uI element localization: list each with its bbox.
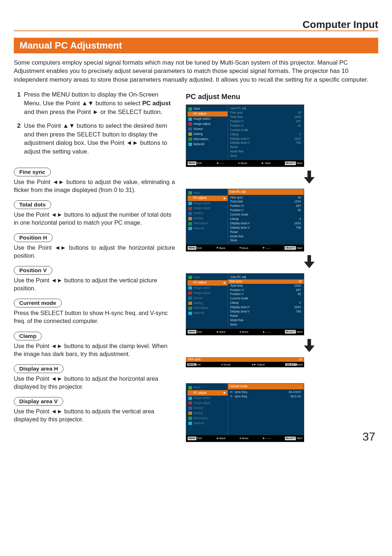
param-pill: Display area V [14,397,63,406]
osd-data-row: Store [229,238,302,243]
osd-data-row: Store [229,154,302,158]
osd-data-row: Current mode [229,128,302,132]
osd-side-item: Image select [188,201,228,206]
osd-panel-5: InputPC adjust◄Image selectImage adjustS… [186,383,304,442]
osd-side-item: Image select [188,116,228,122]
osd-data-row: Total dots1344 [229,284,302,288]
arrow-down-icon [240,171,378,185]
param-pill: Clamp [14,332,42,340]
osd-data-row: Fine sync18 [229,196,302,200]
param-pill: Current mode [14,299,62,307]
intro-paragraph: Some computers employ special signal for… [14,58,378,84]
osd-data-row: Reset [229,230,302,234]
step-number: 1 [14,90,24,116]
osd-side-item: Setting [188,132,228,137]
osd-data-row: Position H287 [229,204,302,208]
osd-data-row: Current mode [229,213,302,217]
page-header: Computer Input [298,19,378,30]
arrow-down-icon [240,339,378,353]
osd-side-item: Network [188,142,228,147]
param-desc: Use the Point ◄► buttons to adjust the v… [14,276,175,292]
osd-data-row: Position V35 [229,208,302,213]
osd-side-item: Setting [188,411,228,416]
section-title: Manual PC Adjustment [14,38,378,53]
page-number: 37 [362,430,375,443]
osd-data-row: Display area V768 [229,226,302,230]
osd-side-item: Image adjust [188,291,228,296]
osd-data-row: Auto PC adj. [229,106,302,111]
osd-side-item: PC adjust◄ [188,196,228,201]
osd-data-row: Mode free [229,150,302,154]
osd-side-item: Image select [188,286,228,291]
osd-data-row: Reset [229,145,302,150]
osd-side-item: Setting [188,301,228,306]
osd-data-row: Display area V768 [229,141,302,145]
param-desc: Use the Point ◄► buttons to adjust the n… [14,210,175,226]
param-desc: Use the Point ◄► buttons to adjust the h… [14,244,175,259]
osd-data-row: Total dots1344 [229,115,302,119]
osd-data-row: Mode free [229,318,302,323]
osd-side-item: Network [188,421,228,426]
osd-side-item: Input [188,385,228,390]
osd-data-row: Fine sync18 [228,279,304,284]
arrow-down-icon [240,255,378,270]
right-column: PC adjust Menu InputPC adjustImage selec… [182,90,378,442]
osd-data-row: Mode free [229,234,302,239]
osd-data-row: Position H287 [229,288,302,293]
osd-side-item: PC adjust◄ [188,390,228,396]
param-desc: Use the Point ◄► buttons to adjusts the … [14,407,175,423]
osd-slim-bar: Fine sync15 MENUExit ♦ Scroll ◄► Adjust … [186,357,304,367]
osd-data-row: Position H287 [229,119,302,124]
param-desc: Use the Point ◄► buttons to adjust the c… [14,342,175,358]
osd-data-row: Position V35 [229,292,302,297]
osd-data-row: Position V35 [229,124,302,128]
osd-side-item: Screen [188,406,228,411]
osd-panel-3: InputPC adjust◄Image selectImage adjustS… [186,273,304,335]
osd-side-item: Information [188,137,228,142]
osd-data-row: Current mode [229,297,302,301]
step-number: 2 [14,122,24,156]
osd-side-item: Network [188,226,228,231]
left-column: 1 Press the MENU button to display the O… [14,90,175,442]
osd-side-item: Image adjust [188,122,228,127]
osd-side-item: PC adjust◄ [188,280,228,286]
osd-side-item: Information [188,416,228,421]
step-body: Use the Point ▲▼ buttons to select the d… [24,122,175,156]
osd-side-item: Image adjust [188,206,228,211]
osd-data-row: Auto PC adj. [228,189,304,195]
osd-data-row: Clamp4 [229,217,302,221]
osd-side-item: Input [188,191,228,196]
osd-data-row: Clamp4 [229,132,302,137]
osd-panel-1: InputPC adjustImage selectImage adjustSc… [186,105,304,167]
osd-side-item: Input [188,275,228,280]
osd-side-item: Image adjust [188,401,228,406]
param-pill: Total dots [14,200,51,209]
osd-data-row: Display area H1024 [229,221,302,226]
osd-side-item: Network [188,311,228,316]
osd-panel-2: InputPC adjust◄Image selectImage adjustS… [186,189,304,252]
param-desc: Use the Point ◄► buttons to adjust the v… [14,178,175,194]
osd-side-item: Input [188,106,228,111]
param-desc: Use the Point ◄► buttons to adjust the h… [14,375,175,391]
osd-data-row: Display area H1024 [229,137,302,141]
param-pill: Display area H [14,364,64,373]
osd-side-item: Screen [188,127,228,132]
osd-side-item: PC adjust [188,111,228,116]
osd-data-row: Total dots1344 [229,200,302,204]
osd-side-item: Screen [188,211,228,216]
osd-data-row: Fine sync18 [229,111,302,115]
osd-data-row: V - sync freq.60.0 Hz [229,394,302,399]
param-pill: Position V [14,266,52,275]
osd-side-item: Image select [188,396,228,401]
right-subhead: PC adjust Menu [186,93,378,101]
param-pill: Fine sync [14,168,51,176]
osd-side-item: Information [188,221,228,226]
osd-side-item: Setting [188,216,228,221]
osd-data-row: Store [229,323,302,327]
param-desc: Press the SELECT button to show H-sync f… [14,309,175,325]
osd-data-row: Display area V768 [229,310,302,314]
osd-side-item: Screen [188,296,228,301]
osd-data-row: H - sync freq.48.4 KHz [229,390,302,394]
param-pill: Position H [14,233,53,242]
osd-data-row: Display area H1024 [229,305,302,310]
